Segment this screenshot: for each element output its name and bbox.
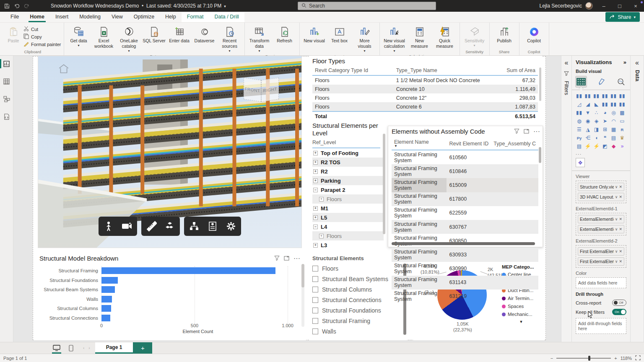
maximize-button[interactable]: □ xyxy=(615,3,625,9)
bar-row[interactable]: Walls xyxy=(39,295,288,304)
undo-icon[interactable] xyxy=(14,3,20,9)
expand-toggle-icon[interactable]: + xyxy=(313,160,318,165)
tree-row[interactable]: +R2 xyxy=(312,167,384,176)
expand-toggle-icon[interactable]: + xyxy=(313,243,318,248)
remove-field-icon[interactable]: ✕ xyxy=(619,217,622,221)
checkbox[interactable] xyxy=(312,287,318,292)
new-visual-button[interactable]: New visual xyxy=(302,24,327,44)
expand-toggle-icon[interactable]: − xyxy=(313,225,318,229)
tree-row[interactable]: −Parapet 2 xyxy=(312,185,384,194)
chevron-down-icon[interactable]: ∨ xyxy=(615,217,618,221)
model-view-button[interactable] xyxy=(0,93,13,104)
clipboard-format-painter-button[interactable]: Format painter xyxy=(23,41,61,47)
level-tree-visual[interactable]: Structural Elements per Level Ref_Level … xyxy=(309,121,385,248)
bar[interactable] xyxy=(101,305,111,312)
tree-row[interactable]: +Floors xyxy=(312,231,384,240)
line-clustered-column-chart-icon[interactable]: ▮▮ xyxy=(610,101,617,108)
funnel-chart-icon[interactable]: ▼ xyxy=(584,109,592,116)
ribbon-tab-modeling[interactable]: Modeling xyxy=(74,12,106,22)
tree-column-header[interactable]: Ref_Level xyxy=(312,137,380,148)
table-row[interactable]: Structural Framing System630850 xyxy=(392,234,538,248)
properties-button[interactable] xyxy=(203,218,222,234)
chevron-down-icon[interactable]: ∨ xyxy=(615,185,618,189)
stacked-bar-chart-icon[interactable]: ▮▮ xyxy=(576,93,583,99)
table-row[interactable]: Structural Framing System630990 xyxy=(392,262,538,276)
dax-query-view-button[interactable] xyxy=(0,111,13,122)
search-input[interactable]: Search xyxy=(298,2,436,10)
tab-build-visual[interactable] xyxy=(576,76,587,87)
sql-server-button[interactable]: SQL Server xyxy=(142,24,166,44)
scrollbar[interactable] xyxy=(539,147,541,163)
tree-row[interactable]: +L3 xyxy=(312,240,384,250)
bar-row[interactable]: Structural Connections xyxy=(39,313,288,323)
expand-toggle-icon[interactable]: + xyxy=(313,215,318,220)
checkbox[interactable] xyxy=(312,308,318,313)
chevron-down-icon[interactable]: ∨ xyxy=(615,249,618,253)
page-tab[interactable]: Page 1 xyxy=(95,342,133,354)
excel-workbook-button[interactable]: Excel workbook xyxy=(92,24,116,49)
slicer-icon[interactable]: ◨ xyxy=(593,126,600,133)
bar[interactable] xyxy=(101,286,115,293)
tree-row[interactable]: +R2 TOS xyxy=(312,158,384,167)
viewer-home-icon[interactable] xyxy=(58,64,69,75)
table-row[interactable]: Structural Framing System630933 xyxy=(392,248,538,261)
document-title[interactable]: Snowdon Workflow Wednesdays Demo • Last … xyxy=(51,3,226,9)
publish-button[interactable]: Publish xyxy=(492,24,517,44)
recent-sources-button[interactable]: Recent sources▾ xyxy=(218,24,242,53)
tree-row[interactable]: −L4 xyxy=(312,222,384,231)
next-page-icon[interactable]: › xyxy=(88,346,90,350)
prev-page-icon[interactable]: ‹ xyxy=(83,346,84,350)
table-row[interactable]: FloorsConcrete 12"298,03 xyxy=(312,93,538,102)
bar-row[interactable]: Structural Beam Systems xyxy=(39,285,288,294)
table-view-button[interactable] xyxy=(0,76,13,87)
table-row[interactable]: FloorsConcrete 61.087,83 xyxy=(312,102,538,111)
remove-field-icon[interactable]: ✕ xyxy=(619,227,622,231)
horizontal-scrollbar[interactable] xyxy=(392,242,535,245)
clustered-bar-chart-icon[interactable]: ▮▮ xyxy=(593,93,600,99)
power-automate-icon[interactable]: ⚡ xyxy=(593,143,600,150)
clustered-column-chart-icon[interactable]: ▮▮ xyxy=(602,93,609,99)
table-row[interactable]: Structural Framing System622559 xyxy=(392,206,538,220)
paste-button[interactable]: Paste xyxy=(4,24,23,44)
treemap-icon[interactable]: ▩ xyxy=(619,109,626,116)
bar[interactable] xyxy=(101,277,118,284)
cross-report-toggle[interactable]: Off xyxy=(612,300,626,306)
smart-narrative-icon[interactable]: ▤ xyxy=(610,134,617,141)
bar[interactable] xyxy=(101,315,110,321)
chevron-down-icon[interactable]: ∨ xyxy=(615,259,618,264)
bar[interactable] xyxy=(101,267,275,274)
enter-data-button[interactable]: Enter data xyxy=(167,24,192,44)
donut-chart-icon[interactable]: ◎ xyxy=(610,109,617,116)
matrix-icon[interactable]: ▦ xyxy=(610,126,617,133)
table-row[interactable]: Structural Framing System631143 xyxy=(392,276,538,290)
view-cube-front[interactable]: FRONT xyxy=(244,78,261,102)
tab-analytics[interactable] xyxy=(615,76,626,87)
text-box-button[interactable]: Text box xyxy=(327,24,352,44)
onelake-catalog-button[interactable]: OneLake catalog▾ xyxy=(117,24,141,53)
legend-more-icon[interactable]: ▼ xyxy=(502,320,540,324)
tree-row[interactable]: +Top of Footing xyxy=(312,148,384,158)
ribbon-tab-optimize[interactable]: Optimize xyxy=(128,12,160,22)
expand-toggle-icon[interactable]: + xyxy=(313,206,318,211)
focus-mode-icon[interactable] xyxy=(284,255,289,262)
chevron-down-icon[interactable]: ∨ xyxy=(615,195,618,199)
stacked-column-chart-icon[interactable]: ▮▮ xyxy=(584,93,592,99)
transform-data-button[interactable]: Transform data▾ xyxy=(247,24,272,53)
checkbox[interactable] xyxy=(312,266,318,272)
ribbon-tab-view[interactable]: View xyxy=(106,12,128,22)
remove-field-icon[interactable]: ✕ xyxy=(619,249,622,253)
power-apps-icon[interactable]: ⚡ xyxy=(584,143,592,150)
filter-icon[interactable] xyxy=(274,255,280,262)
remove-field-icon[interactable]: ✕ xyxy=(619,195,622,199)
q-and-a-icon[interactable]: ❝ xyxy=(602,134,609,141)
paginated-report-icon[interactable]: ▤ xyxy=(576,143,583,150)
legend-item[interactable]: Spaces xyxy=(502,304,540,309)
report-canvas[interactable]: FRONT RIGHT Floor Types Revit Category T… xyxy=(13,56,561,342)
filters-pane-collapsed[interactable]: « Filters xyxy=(561,56,571,342)
card-icon[interactable]: ▭ xyxy=(619,118,626,124)
pie-chart-icon[interactable]: ◕ xyxy=(602,109,609,116)
field-well[interactable]: ExternalElementId∨✕ExternalElementId∨✕ xyxy=(576,213,626,235)
add-page-button[interactable]: + xyxy=(133,342,152,354)
waterfall-chart-icon[interactable]: ▮▮ xyxy=(576,109,583,116)
multi-row-card-icon[interactable]: ☰ xyxy=(576,126,583,133)
